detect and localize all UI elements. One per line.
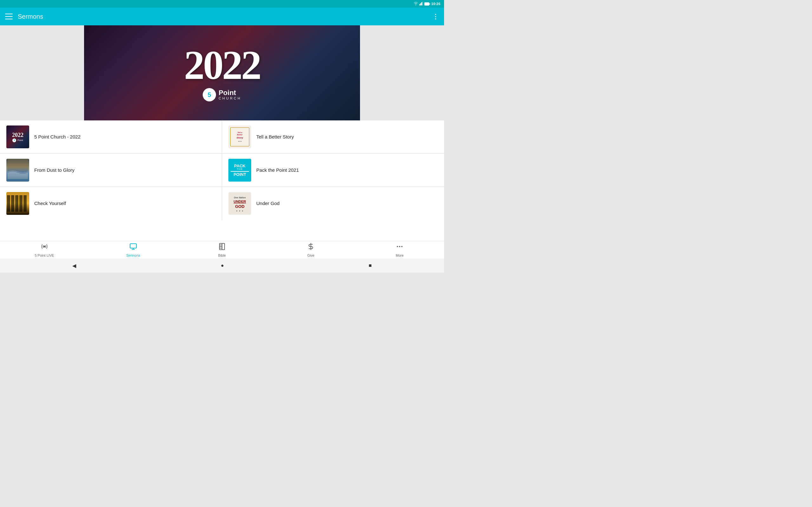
series-name-story: Tell a Better Story: [256, 134, 294, 139]
thumb-story-text: Tell aBetterStory: [237, 131, 243, 140]
hamburger-line-2: [5, 16, 13, 17]
series-info-2022: 5 Point Church - 2022: [34, 134, 81, 140]
thumb-circle: 5: [12, 138, 16, 142]
hamburger-menu-button[interactable]: [5, 13, 13, 20]
hero-banner: 2022 5 Point CHURCH: [84, 25, 360, 120]
back-button[interactable]: ◀: [72, 263, 76, 269]
thumb-logo: 5 Point: [12, 138, 23, 142]
bottom-nav: 5 Point LIVE Sermons Bible: [0, 241, 444, 259]
series-thumb-story: Tell aBetterStory ✦✦✦: [229, 125, 251, 148]
series-name-2022: 5 Point Church - 2022: [34, 134, 81, 139]
nav-item-more[interactable]: More: [355, 243, 444, 257]
nav-item-bible[interactable]: Bible: [177, 243, 266, 257]
system-nav: ◀ ● ■: [0, 259, 444, 273]
nav-label-sermons: Sermons: [126, 253, 140, 257]
app-bar-title: Sermons: [18, 13, 432, 20]
svg-text:UNDER: UNDER: [234, 200, 246, 204]
svg-rect-8: [7, 195, 10, 212]
logo-church: CHURCH: [218, 96, 241, 100]
series-name-pack: Pack the Point 2021: [256, 167, 299, 173]
right-bg-panel: [360, 25, 444, 120]
hamburger-line-3: [5, 19, 13, 19]
left-bg-panel: [0, 25, 84, 120]
series-item-dust[interactable]: From Dust to Glory: [0, 154, 222, 187]
give-icon: [307, 243, 315, 252]
more-icon: [396, 243, 403, 252]
svg-rect-5: [429, 3, 430, 4]
series-item-2022[interactable]: 2022 5 Point 5 Point Church - 2022: [0, 120, 222, 154]
svg-rect-1: [420, 3, 421, 5]
more-options-button[interactable]: ⋮: [432, 13, 439, 20]
point-text: POINT: [234, 172, 246, 176]
the-text: THE: [237, 168, 243, 170]
series-item-story[interactable]: Tell aBetterStory ✦✦✦ Tell a Better Stor…: [222, 120, 444, 154]
series-item-pack[interactable]: PACK THE POINT Pack the Point 2021: [222, 154, 444, 187]
series-name-check: Check Yourself: [34, 201, 66, 206]
svg-rect-9: [11, 195, 14, 212]
pack-divider: [231, 171, 249, 172]
svg-rect-4: [424, 3, 429, 5]
nav-item-give[interactable]: Give: [266, 243, 355, 257]
svg-rect-19: [130, 244, 136, 248]
svg-rect-12: [23, 195, 27, 212]
nav-label-bible: Bible: [218, 253, 226, 257]
nav-label-live: 5 Point LIVE: [35, 253, 54, 257]
thumb-story-dots: ✦✦✦: [238, 140, 242, 142]
live-icon: [41, 243, 48, 252]
thumb-year-text: 2022: [12, 132, 23, 138]
app-bar: Sermons ⋮: [0, 8, 444, 25]
series-name-dust: From Dust to Glory: [34, 167, 74, 173]
svg-rect-11: [19, 195, 22, 212]
series-info-dust: From Dust to Glory: [34, 167, 74, 173]
series-thumb-pack: PACK THE POINT: [229, 159, 251, 181]
thumb-church-text: Point: [17, 139, 23, 141]
svg-point-18: [44, 245, 45, 247]
undergod-thumb-svg: One Nation UNDER GOD ✦ ✦ ✦: [229, 193, 251, 214]
logo-circle: 5: [203, 88, 216, 101]
logo-point: Point: [218, 89, 241, 96]
svg-point-27: [401, 246, 403, 247]
series-thumb-check: [6, 192, 29, 215]
svg-point-25: [397, 246, 398, 247]
svg-text:One Nation: One Nation: [234, 196, 246, 199]
wifi-icon: [414, 2, 418, 6]
status-bar: 10:26: [0, 0, 444, 8]
logo-text: Point CHURCH: [218, 89, 241, 100]
nav-item-sermons[interactable]: Sermons: [89, 243, 177, 257]
dust-thumb-svg: [8, 159, 28, 180]
content-area: 2022 5 Point 5 Point Church - 2022 Tell …: [0, 120, 444, 241]
series-item-check[interactable]: Check Yourself: [0, 187, 222, 220]
nav-label-give: Give: [307, 253, 315, 257]
series-info-check: Check Yourself: [34, 201, 66, 206]
hamburger-line-1: [5, 14, 13, 14]
signal-icon: [419, 2, 423, 6]
svg-rect-2: [421, 2, 422, 5]
sermons-icon: [130, 243, 137, 252]
series-thumb-undergod: One Nation UNDER GOD ✦ ✦ ✦: [229, 192, 251, 215]
svg-text:GOD: GOD: [235, 204, 245, 209]
battery-icon: [424, 2, 430, 6]
status-icons: 10:26: [414, 2, 440, 6]
home-button[interactable]: ●: [221, 263, 224, 268]
nav-label-more: More: [396, 253, 403, 257]
svg-text:✦ ✦ ✦: ✦ ✦ ✦: [236, 210, 243, 212]
bible-icon: [218, 243, 226, 252]
nav-item-live[interactable]: 5 Point LIVE: [0, 243, 89, 257]
series-grid: 2022 5 Point 5 Point Church - 2022 Tell …: [0, 120, 444, 220]
thumb-story-inner: Tell aBetterStory ✦✦✦: [230, 127, 249, 147]
series-name-undergod: Under God: [256, 201, 280, 206]
check-thumb-svg: [6, 192, 29, 215]
series-item-undergod[interactable]: One Nation UNDER GOD ✦ ✦ ✦ Under God: [222, 187, 444, 220]
status-time: 10:26: [432, 2, 440, 6]
series-info-story: Tell a Better Story: [256, 134, 294, 140]
hero-year: 2022: [184, 44, 260, 86]
hero-logo: 5 Point CHURCH: [203, 88, 241, 101]
recents-button[interactable]: ■: [368, 263, 372, 268]
svg-rect-0: [419, 4, 420, 5]
series-info-pack: Pack the Point 2021: [256, 167, 299, 173]
svg-point-26: [399, 246, 400, 247]
svg-rect-10: [15, 195, 18, 212]
series-thumb-2022: 2022 5 Point: [6, 125, 29, 148]
series-thumb-dust: [6, 159, 29, 181]
svg-rect-3: [422, 2, 423, 5]
